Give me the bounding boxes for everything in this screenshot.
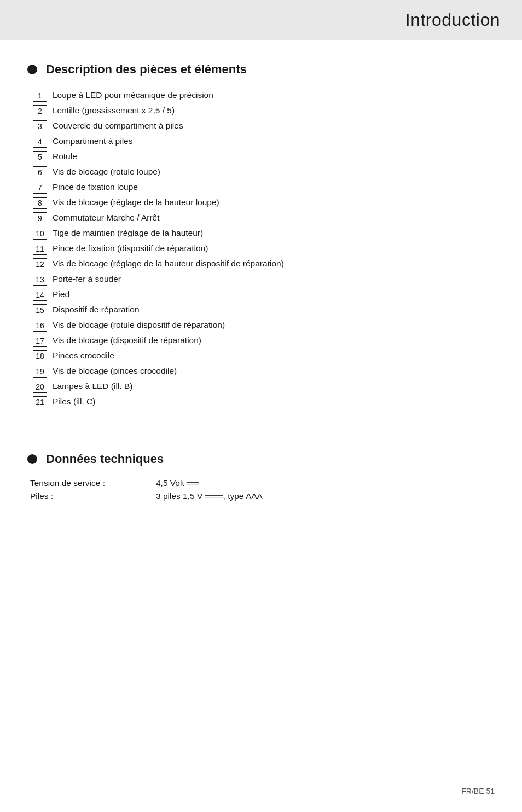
item-number-badge: 8 <box>33 197 47 209</box>
list-item: 16Vis de blocage (rotule dispositif de r… <box>33 318 495 332</box>
item-number-badge: 16 <box>33 320 47 332</box>
item-number-badge: 5 <box>33 151 47 163</box>
tech-row: Piles :3 piles 1,5 V ═══, type AAA <box>30 491 495 501</box>
tech-value: 4,5 Volt ══ <box>156 478 199 488</box>
item-description: Lentille (grossissement x 2,5 / 5) <box>53 104 175 117</box>
list-item: 18Pinces crocodile <box>33 349 495 362</box>
item-description: Vis de blocage (pinces crocodile) <box>53 364 177 378</box>
list-item: 8Vis de blocage (réglage de la hauteur l… <box>33 196 495 209</box>
item-number-badge: 20 <box>33 381 47 393</box>
section2-heading: Données techniques <box>27 452 495 466</box>
item-number-badge: 2 <box>33 105 47 117</box>
item-description: Porte-fer à souder <box>53 272 121 286</box>
item-number-badge: 13 <box>33 274 47 286</box>
item-description: Vis de blocage (réglage de la hauteur di… <box>53 257 284 270</box>
item-number-badge: 6 <box>33 166 47 178</box>
tech-data-table: Tension de service :4,5 Volt ══Piles :3 … <box>30 478 495 501</box>
item-number-badge: 21 <box>33 396 47 408</box>
item-number-badge: 3 <box>33 120 47 132</box>
item-number-badge: 14 <box>33 289 47 301</box>
item-description: Lampes à LED (ill. B) <box>53 380 132 393</box>
item-number-badge: 18 <box>33 350 47 362</box>
list-item: 6Vis de blocage (rotule loupe) <box>33 165 495 178</box>
item-description: Pince de fixation (dispositif de réparat… <box>53 242 208 255</box>
item-description: Pince de fixation loupe <box>53 181 138 194</box>
item-description: Commutateur Marche / Arrêt <box>53 211 160 224</box>
section2-title: Données techniques <box>46 452 164 466</box>
page-container: Introduction Description des pièces et é… <box>0 0 522 812</box>
item-description: Couvercle du compartiment à piles <box>53 119 183 132</box>
header-bar: Introduction <box>0 0 522 40</box>
item-description: Piles (ill. C) <box>53 395 95 408</box>
list-item: 17Vis de blocage (dispositif de réparati… <box>33 334 495 347</box>
item-description: Pied <box>53 288 69 301</box>
parts-list: 1Loupe à LED pour mécanique de précision… <box>33 89 495 408</box>
item-description: Loupe à LED pour mécanique de précision <box>53 89 213 102</box>
item-description: Rotule <box>53 150 77 163</box>
item-description: Vis de blocage (rotule dispositif de rép… <box>53 318 225 332</box>
item-number-badge: 4 <box>33 136 47 148</box>
item-number-badge: 7 <box>33 182 47 194</box>
list-item: 2Lentille (grossissement x 2,5 / 5) <box>33 104 495 117</box>
item-number-badge: 12 <box>33 258 47 270</box>
item-description: Vis de blocage (dispositif de réparation… <box>53 334 201 347</box>
footer: FR/BE 51 <box>461 787 495 796</box>
bullet-icon-2 <box>27 454 37 464</box>
bullet-icon-1 <box>27 65 37 74</box>
list-item: 1Loupe à LED pour mécanique de précision <box>33 89 495 102</box>
footer-text: FR/BE 51 <box>461 787 495 796</box>
item-description: Dispositif de réparation <box>53 303 140 316</box>
item-description: Vis de blocage (réglage de la hauteur lo… <box>53 196 219 209</box>
tech-value: 3 piles 1,5 V ═══, type AAA <box>156 491 263 501</box>
main-content: Description des pièces et éléments 1Loup… <box>0 40 522 526</box>
item-number-badge: 19 <box>33 366 47 378</box>
list-item: 3Couvercle du compartiment à piles <box>33 119 495 132</box>
item-number-badge: 15 <box>33 304 47 316</box>
list-item: 7Pince de fixation loupe <box>33 181 495 194</box>
list-item: 20Lampes à LED (ill. B) <box>33 380 495 393</box>
item-number-badge: 1 <box>33 90 47 102</box>
list-item: 9Commutateur Marche / Arrêt <box>33 211 495 224</box>
item-number-badge: 9 <box>33 212 47 224</box>
list-item: 5Rotule <box>33 150 495 163</box>
list-item: 11Pince de fixation (dispositif de répar… <box>33 242 495 255</box>
page-title: Introduction <box>405 10 500 30</box>
tech-row: Tension de service :4,5 Volt ══ <box>30 478 495 488</box>
list-item: 13Porte-fer à souder <box>33 272 495 286</box>
item-description: Pinces crocodile <box>53 349 114 362</box>
section1-heading: Description des pièces et éléments <box>27 62 495 77</box>
list-item: 4Compartiment à piles <box>33 135 495 148</box>
section2: Données techniques Tension de service :4… <box>27 452 495 501</box>
item-description: Compartiment à piles <box>53 135 132 148</box>
item-description: Vis de blocage (rotule loupe) <box>53 165 160 178</box>
list-item: 12Vis de blocage (réglage de la hauteur … <box>33 257 495 270</box>
item-number-badge: 11 <box>33 243 47 255</box>
divider <box>27 430 495 446</box>
item-number-badge: 17 <box>33 335 47 347</box>
item-number-badge: 10 <box>33 228 47 240</box>
list-item: 21Piles (ill. C) <box>33 395 495 408</box>
tech-label: Piles : <box>30 491 156 501</box>
tech-label: Tension de service : <box>30 478 156 488</box>
item-description: Tige de maintien (réglage de la hauteur) <box>53 227 203 240</box>
section1-title: Description des pièces et éléments <box>46 62 247 77</box>
list-item: 19Vis de blocage (pinces crocodile) <box>33 364 495 378</box>
list-item: 10Tige de maintien (réglage de la hauteu… <box>33 227 495 240</box>
list-item: 14Pied <box>33 288 495 301</box>
list-item: 15Dispositif de réparation <box>33 303 495 316</box>
